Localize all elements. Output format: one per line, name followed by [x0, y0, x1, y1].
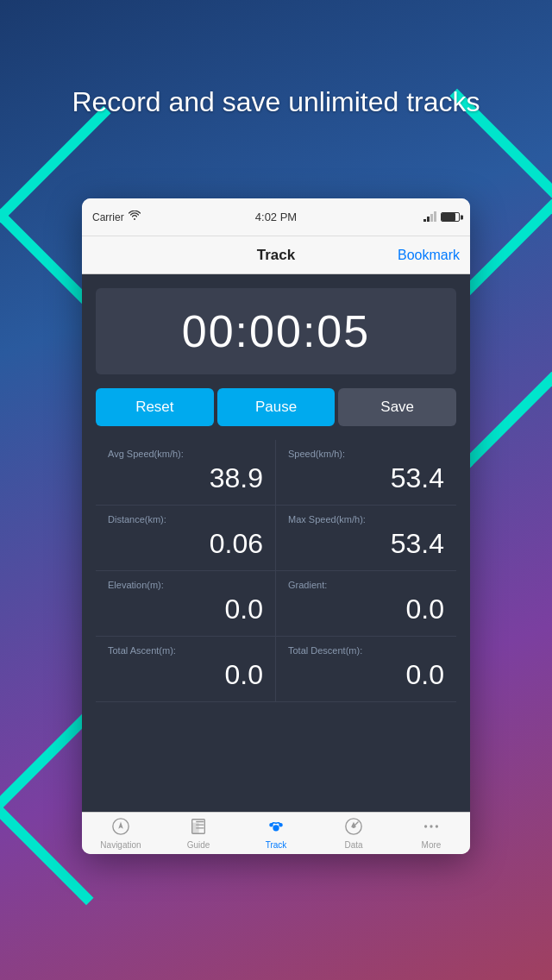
status-time: 4:02 PM: [255, 210, 297, 223]
stat-value-6: 0.0: [108, 659, 263, 691]
tab-bar: Navigation Guide: [82, 812, 470, 854]
stat-cell-6: Total Ascent(m):0.0: [96, 637, 276, 702]
stat-cell-2: Distance(km):0.06: [96, 506, 276, 571]
svg-rect-1: [427, 217, 430, 222]
stat-label-6: Total Ascent(m):: [108, 645, 263, 656]
tab-more-label: More: [422, 840, 442, 850]
stat-label-7: Total Descent(m):: [288, 645, 444, 656]
tab-track-label: Track: [266, 840, 287, 850]
stat-value-3: 53.4: [288, 528, 444, 560]
stat-value-1: 53.4: [288, 462, 444, 494]
stat-label-0: Avg Speed(km/h):: [108, 449, 263, 459]
svg-point-10: [273, 826, 279, 831]
stat-cell-3: Max Speed(km/h):53.4: [276, 506, 456, 571]
more-icon: [422, 817, 441, 839]
svg-point-15: [353, 826, 355, 828]
guide-icon: [189, 817, 208, 839]
wifi-icon: [129, 210, 141, 223]
navigation-icon: [111, 817, 130, 839]
tab-guide-label: Guide: [187, 840, 210, 850]
stat-label-1: Speed(km/h):: [288, 449, 444, 459]
svg-point-18: [436, 825, 438, 827]
stats-grid: Avg Speed(km/h):38.9Speed(km/h):53.4Dist…: [96, 440, 456, 702]
stat-value-5: 0.0: [288, 594, 444, 625]
carrier-label: Carrier: [92, 211, 124, 223]
nav-title: Track: [257, 247, 295, 264]
tab-navigation-label: Navigation: [100, 840, 141, 850]
svg-marker-5: [118, 822, 123, 829]
timer-display: 00:00:05: [96, 288, 456, 374]
stat-cell-5: Gradient:0.0: [276, 571, 456, 637]
stat-value-4: 0.0: [108, 594, 263, 625]
svg-point-11: [270, 824, 273, 826]
stat-cell-7: Total Descent(m):0.0: [276, 637, 456, 702]
data-icon: [344, 817, 363, 839]
svg-rect-3: [434, 211, 436, 222]
svg-rect-0: [423, 219, 426, 222]
tab-more[interactable]: More: [392, 813, 470, 854]
tab-data[interactable]: Data: [315, 813, 392, 854]
stat-cell-0: Avg Speed(km/h):38.9: [96, 440, 276, 506]
stat-label-2: Distance(km):: [108, 514, 263, 525]
track-icon: [267, 817, 285, 839]
bookmark-button[interactable]: Bookmark: [398, 248, 460, 263]
status-left: Carrier: [92, 210, 141, 223]
tab-data-label: Data: [344, 840, 362, 850]
main-content: 00:00:05 Reset Pause Save Avg Speed(km/h…: [82, 274, 470, 812]
svg-point-16: [424, 825, 427, 827]
page-background-title: Record and save unlimited tracks: [0, 86, 552, 118]
tab-guide[interactable]: Guide: [160, 813, 237, 854]
signal-icon: [423, 211, 437, 223]
svg-point-12: [279, 824, 282, 826]
stat-cell-1: Speed(km/h):53.4: [276, 440, 456, 506]
stat-label-5: Gradient:: [288, 580, 444, 590]
svg-point-17: [430, 825, 432, 827]
phone-frame: Carrier 4:02 PM: [82, 198, 470, 854]
status-right: [423, 211, 460, 223]
pause-button[interactable]: Pause: [217, 388, 336, 426]
stat-label-4: Elevation(m):: [108, 580, 263, 590]
timer-value: 00:00:05: [182, 306, 370, 356]
tab-navigation[interactable]: Navigation: [82, 813, 160, 854]
stat-value-7: 0.0: [288, 659, 444, 691]
tab-track[interactable]: Track: [237, 813, 315, 854]
nav-bar: Track Bookmark: [82, 236, 470, 274]
stat-label-3: Max Speed(km/h):: [288, 514, 444, 525]
status-bar: Carrier 4:02 PM: [82, 198, 470, 236]
svg-rect-2: [430, 214, 433, 222]
stat-cell-4: Elevation(m):0.0: [96, 571, 276, 637]
save-button[interactable]: Save: [338, 388, 456, 426]
battery-icon: [441, 212, 460, 222]
stat-value-0: 38.9: [108, 462, 263, 494]
reset-button[interactable]: Reset: [96, 388, 214, 426]
stat-value-2: 0.06: [108, 528, 263, 560]
control-buttons: Reset Pause Save: [96, 388, 456, 426]
